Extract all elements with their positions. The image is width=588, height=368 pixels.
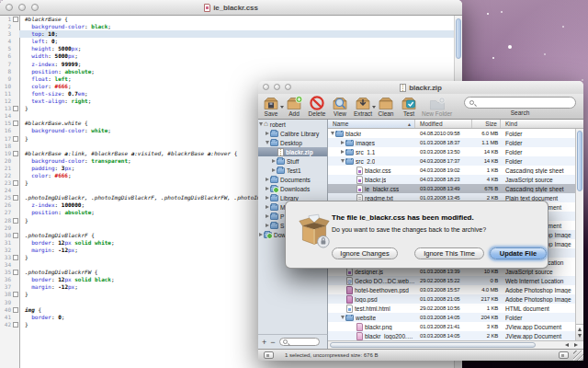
scroll-right-arrow[interactable] (574, 343, 578, 347)
line-number: 14 (0, 112, 12, 120)
sidebar-item-calibre-library[interactable]: Calibre Library (258, 129, 327, 138)
disclosure-closed-icon[interactable] (266, 205, 269, 209)
code-line[interactable]: 1#blackrBase { (0, 16, 454, 23)
fold-marker[interactable] (12, 135, 19, 143)
disclosure-open-icon[interactable] (341, 159, 345, 163)
file-row-blackr-js[interactable]: blackr.js04.03.2008 18:234 KBJavaScript … (328, 175, 583, 184)
fold-marker[interactable] (12, 150, 19, 157)
sidebar-search-input[interactable] (279, 338, 320, 346)
file-row-blackr-css[interactable]: blackr.css04.03.2008 19:021 KBCascading … (328, 166, 583, 175)
disclosure-closed-icon[interactable] (266, 196, 269, 200)
ignore-changes-button[interactable]: Ignore Changes (332, 247, 398, 259)
archive-titlebar[interactable]: blackr.zip (258, 81, 583, 94)
fold-marker[interactable] (12, 291, 19, 298)
modified-cell: 29.02.2008 10:56 (415, 305, 472, 311)
scroll-left-arrow[interactable] (565, 343, 569, 347)
disclosure-closed-icon[interactable] (266, 187, 269, 190)
fold-marker[interactable] (12, 306, 19, 314)
add-button[interactable]: + (262, 339, 266, 346)
sidebar-item-robert[interactable]: ⌂robert (258, 120, 327, 129)
scroll-up-arrow[interactable] (578, 328, 582, 331)
file-row-blackr[interactable]: blackr04.08.2010 09:586.0 MBFolder (328, 129, 583, 138)
code-line[interactable]: 8 position: absolute; (0, 68, 454, 75)
line-number: 28 (0, 217, 12, 224)
fold-marker[interactable] (12, 217, 19, 224)
fold-marker[interactable] (12, 269, 19, 276)
fold-marker[interactable] (12, 179, 19, 187)
file-row-test-html-html[interactable]: test.html.html29.02.2008 10:561 KBHTML d… (328, 304, 583, 313)
code-line[interactable]: 4 left: 0; (0, 38, 454, 45)
file-row-website[interactable]: website03.03.2008 14:05204 KBFolder (328, 313, 583, 322)
toolbar-label: View (334, 110, 346, 117)
file-row-images[interactable]: images01.03.2008 18:371.1 MBFolder (328, 138, 583, 147)
fold-marker[interactable] (12, 120, 19, 127)
fold-marker[interactable] (12, 16, 19, 23)
code-line[interactable]: 7 z-index: 99999; (0, 61, 454, 68)
toolbar-extract-button[interactable]: Extract (353, 95, 373, 117)
toolbar-view-button[interactable]: View (330, 95, 350, 117)
disclosure-closed-icon[interactable] (266, 132, 269, 135)
disclosure-closed-icon[interactable] (341, 141, 345, 144)
hscroll-thumb[interactable] (330, 342, 536, 348)
file-row-blackr-logo200-png[interactable]: blackr_logo200.png03.03.2008 14:052 KBJV… (328, 331, 583, 340)
file-row-gecko-do-dc-webloc[interactable]: Gecko DO...DC.webloc29.02.2008 15:220 BW… (328, 276, 583, 285)
disclosure-closed-icon[interactable] (341, 150, 345, 154)
disclosure-open-icon[interactable] (341, 316, 345, 319)
file-row-src-2-0[interactable]: src_2.004.03.2008 17:3714 KBFolder (328, 156, 583, 166)
disclosure-open-icon[interactable] (331, 132, 334, 135)
file-row-hotel-beethoven-psd[interactable]: hotel-beethoven.psd03.03.2008 15:574.0 M… (328, 285, 583, 294)
sidebar-item-documents[interactable]: Documents (258, 175, 327, 184)
disclosure-open-icon[interactable] (266, 141, 269, 144)
fold-marker[interactable] (12, 105, 19, 112)
disclosure-closed-icon[interactable] (272, 168, 276, 172)
search-input[interactable] (464, 97, 576, 109)
disclosure-closed-icon[interactable] (272, 159, 276, 163)
disclosure-closed-icon[interactable] (259, 233, 263, 236)
file-row-blackr-png[interactable]: blackr.png01.03.2008 21:413 KBJView.app … (328, 322, 583, 331)
line-number: 24 (0, 187, 12, 194)
horizontal-scrollbar[interactable] (328, 340, 583, 349)
fold-marker[interactable] (12, 254, 19, 261)
remove-button[interactable]: − (270, 339, 275, 346)
toolbar-new-folder-button[interactable]: New Folder (422, 95, 452, 117)
code-line[interactable]: 3 top: 10; (0, 30, 454, 38)
disclosure-closed-icon[interactable] (266, 214, 269, 218)
code-line[interactable]: 6 width: 5000px; (0, 52, 454, 60)
resize-grip[interactable] (573, 351, 583, 361)
pane-toggle-icon-right[interactable] (559, 351, 569, 359)
code-line[interactable]: 5 height: 5000px; (0, 45, 454, 52)
sidebar-item-test1[interactable]: Test1 (258, 166, 327, 175)
fold-marker[interactable] (12, 321, 19, 328)
update-file-button[interactable]: Update File (490, 247, 547, 259)
scroll-down-arrow[interactable] (578, 334, 582, 338)
toolbar-test-button[interactable]: Test (399, 95, 419, 117)
toolbar-save-button[interactable]: Save (261, 95, 281, 117)
dialog-buttons: Ignore ChangesIgnore This TimeUpdate Fil… (332, 247, 547, 259)
column-header-name[interactable]: Name ▲ (328, 120, 415, 128)
fold-marker[interactable] (12, 194, 19, 201)
editor-scroll-thumb[interactable] (456, 18, 461, 59)
column-header-modified[interactable]: Modified (415, 120, 472, 128)
sidebar-item-downloads[interactable]: Downloads (258, 184, 327, 193)
column-header-kind[interactable]: Kind (501, 120, 583, 128)
ignore-this-time-button[interactable]: Ignore This Time (414, 247, 484, 259)
toolbar-clean-button[interactable]: Clean (376, 95, 396, 117)
vertical-scrollbar[interactable] (575, 129, 583, 340)
toolbar-delete-button[interactable]: Delete (307, 95, 327, 117)
disclosure-closed-icon[interactable] (266, 224, 269, 227)
sidebar-item-stuff[interactable]: Stuff (258, 156, 327, 166)
scroll-thumb[interactable] (577, 131, 582, 191)
disclosure-open-icon[interactable] (259, 122, 263, 126)
file-row-ie-blackr-css[interactable]: ie_blackr.css03.03.2008 13:49676 BCascad… (328, 184, 583, 193)
editor-titlebar[interactable]: ie_blackr.css (0, 0, 462, 16)
disclosure-closed-icon[interactable] (266, 178, 269, 181)
column-header-size[interactable]: Size (472, 120, 501, 128)
code-line[interactable]: 2 background-color: black; (0, 23, 454, 30)
pane-toggle-icon[interactable] (264, 351, 274, 359)
sidebar-item-blackr-zip[interactable]: blackr.zip (258, 147, 327, 156)
file-row-src-1-1[interactable]: src_1.103.03.2008 13:5014 KBFolder (328, 147, 583, 156)
file-row-logo-psd[interactable]: logo.psd01.03.2008 21:05217 KBAdobe Phot… (328, 294, 583, 304)
sidebar-item-desktop[interactable]: Desktop (258, 138, 327, 147)
toolbar-add-button[interactable]: Add (284, 95, 304, 117)
fold-marker[interactable] (12, 232, 19, 239)
